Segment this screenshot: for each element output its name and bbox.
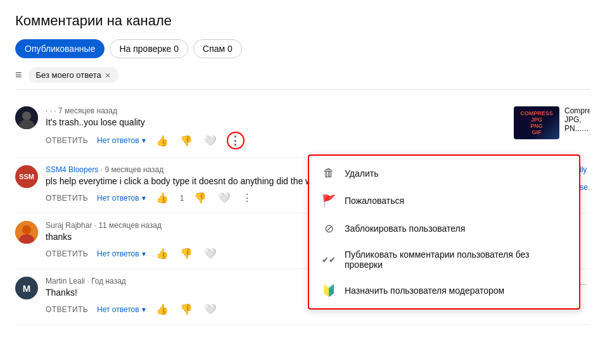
tab-published[interactable]: Опубликованные	[15, 39, 105, 58]
heart-button[interactable]: 🤍	[203, 302, 218, 317]
delete-icon: 🗑	[322, 166, 336, 180]
comment-author: · ·	[46, 106, 52, 115]
comment-author: Suraj Rajbhar	[46, 221, 92, 230]
comment-time: · 9 месяцев назад	[101, 165, 164, 174]
menu-item-approve-label: Публиковать комментарии пользователя без…	[345, 249, 566, 270]
menu-item-delete[interactable]: 🗑 Удалить	[309, 160, 579, 187]
comment-time: · 11 месяцев назад	[94, 221, 162, 230]
dislike-button[interactable]: 👎	[179, 134, 194, 148]
dislike-button[interactable]: 👎	[193, 191, 208, 205]
thumb-text: Compress JPG, PN... without loss of qua.…	[564, 106, 590, 133]
comment-text: It's trash..you lose quality	[46, 117, 400, 127]
menu-item-block[interactable]: ⊘ Заблокировать пользователя	[309, 215, 579, 242]
comment-time: · Год назад	[87, 277, 125, 286]
comment-actions: ОТВЕТИТЬ Нет ответов ▾ 👍 👎 🤍 ⋮	[46, 132, 506, 149]
replies-button[interactable]: Нет ответов ▾	[97, 249, 146, 258]
table-row: · · · 7 месяцев назад It's trash..you lo…	[15, 99, 590, 158]
like-button[interactable]: 👍	[155, 191, 170, 205]
heart-button[interactable]: 🤍	[217, 191, 232, 205]
tabs-row: Опубликованные На проверке 0 Спам 0	[15, 39, 590, 58]
more-options-button[interactable]: ⋮	[227, 132, 245, 149]
comment-time: · 7 месяцев назад	[54, 106, 117, 115]
comment-author: Martin Leali	[46, 277, 85, 286]
menu-item-delete-label: Удалить	[345, 168, 378, 179]
menu-item-block-label: Заблокировать пользователя	[345, 223, 465, 234]
dislike-button[interactable]: 👎	[179, 246, 194, 261]
filter-icon[interactable]: ≡	[15, 68, 22, 82]
menu-item-report-label: Пожаловаться	[345, 196, 404, 206]
thumb-image: COMPRESSJPGPNGGIF	[514, 106, 559, 139]
heart-button[interactable]: 🤍	[203, 246, 218, 261]
filter-row: ≡ Без моего ответа ×	[15, 67, 590, 90]
menu-item-moderator[interactable]: 🔰 Назначить пользователя модератором	[309, 277, 579, 304]
like-button[interactable]: 👍	[155, 246, 170, 261]
tab-spam[interactable]: Спам 0	[193, 39, 242, 58]
menu-item-moderator-label: Назначить пользователя модератором	[345, 286, 504, 296]
approve-icon: ✔✔	[322, 255, 336, 265]
comment-body: · · · 7 месяцев назад It's trash..you lo…	[46, 106, 506, 149]
heart-button[interactable]: 🤍	[203, 134, 218, 148]
tab-review[interactable]: На проверке 0	[110, 39, 188, 58]
comment-thumbnail: COMPRESSJPGPNGGIF Compress JPG, PN... wi…	[514, 106, 590, 139]
avatar	[15, 221, 38, 244]
comments-list: · · · 7 месяцев назад It's trash..you lo…	[15, 99, 590, 325]
filter-chip-close[interactable]: ×	[105, 70, 111, 80]
menu-item-report[interactable]: 🚩 Пожаловаться	[309, 187, 579, 215]
svg-point-1	[22, 111, 31, 120]
dislike-button[interactable]: 👎	[179, 302, 194, 317]
avatar	[15, 106, 38, 129]
reply-button[interactable]: ОТВЕТИТЬ	[46, 305, 88, 314]
moderator-icon: 🔰	[322, 284, 336, 298]
reply-button[interactable]: ОТВЕТИТЬ	[46, 136, 88, 145]
page-title: Комментарии на канале	[15, 13, 590, 29]
filter-chip: Без моего ответа ×	[29, 67, 118, 83]
flag-icon: 🚩	[322, 194, 336, 208]
replies-button[interactable]: Нет ответов ▾	[97, 194, 146, 203]
comment-meta: · · · 7 месяцев назад	[46, 106, 506, 115]
like-count: 1	[180, 194, 184, 203]
replies-button[interactable]: Нет ответов ▾	[97, 136, 146, 145]
like-button[interactable]: 👍	[155, 134, 170, 148]
comment-author: SSM4 Bloopers	[46, 165, 98, 174]
reply-button[interactable]: ОТВЕТИТЬ	[46, 249, 88, 258]
block-icon: ⊘	[322, 222, 336, 235]
replies-button[interactable]: Нет ответов ▾	[97, 305, 146, 314]
like-button[interactable]: 👍	[155, 302, 170, 317]
avatar: M	[15, 277, 38, 299]
more-options-button[interactable]: ⋮	[241, 191, 253, 205]
context-menu: 🗑 Удалить 🚩 Пожаловаться ⊘ Заблокировать…	[308, 154, 580, 310]
svg-point-5	[22, 225, 31, 234]
menu-item-approve[interactable]: ✔✔ Публиковать комментарии пользователя …	[309, 242, 579, 277]
reply-button[interactable]: ОТВЕТИТЬ	[46, 194, 88, 203]
avatar: SSM	[15, 165, 38, 188]
filter-chip-label: Без моего ответа	[36, 70, 101, 80]
